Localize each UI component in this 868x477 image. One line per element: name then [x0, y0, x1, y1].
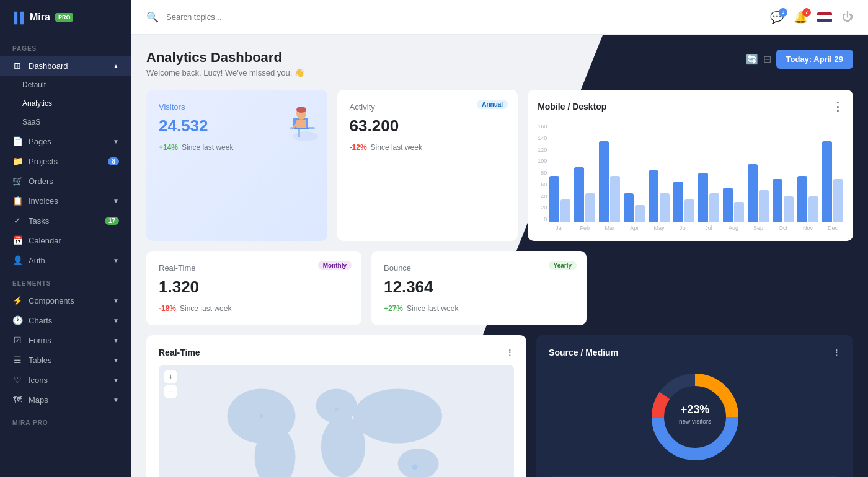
sidebar-item-tables-label: Tables	[29, 356, 52, 365]
realtime-more-button[interactable]: ⋮	[505, 348, 514, 357]
icons-icon: ♡	[12, 375, 22, 385]
dark-bar	[773, 179, 782, 222]
bar-group	[773, 179, 794, 222]
page-subtitle: Welcome back, Lucy! We've missed you. 👋	[146, 68, 304, 77]
sidebar-item-tables[interactable]: ☰ Tables ▼	[0, 350, 131, 370]
donut-chart: +23% new visitors	[549, 367, 841, 466]
sidebar-item-components[interactable]: ⚡ Components ▼	[0, 291, 131, 310]
activity-badge: Annual	[477, 100, 508, 109]
y-axis: 160 140 120 100 80 60 40 20 0	[538, 123, 547, 222]
sidebar-item-invoices-label: Invoices	[29, 196, 58, 206]
realtime-stat-since: Since last week	[180, 304, 231, 313]
svg-point-16	[260, 414, 264, 418]
alerts-button[interactable]: 🔔 7	[794, 11, 807, 24]
source-more-button[interactable]: ⋮	[832, 348, 841, 357]
alerts-badge: 7	[802, 8, 811, 17]
search-input[interactable]	[166, 12, 763, 22]
orders-icon: 🛒	[12, 176, 22, 186]
activity-since: Since last week	[371, 143, 422, 152]
dark-bar	[698, 173, 708, 222]
sidebar-sub-saas-label: SaaS	[22, 118, 40, 126]
bar-group	[698, 173, 719, 222]
bounce-stat-footer: +27% Since last week	[384, 304, 574, 313]
bar-group	[649, 170, 670, 222]
sidebar-item-dashboard[interactable]: ⊞ Dashboard ▲	[0, 56, 131, 76]
light-bar	[734, 202, 744, 222]
charts-icon: 🕐	[12, 315, 22, 325]
sidebar-item-auth[interactable]: 👤 Auth ▼	[0, 250, 131, 270]
bar-group	[599, 141, 620, 222]
sidebar-item-maps[interactable]: 🗺 Maps ▼	[0, 390, 131, 409]
activity-footer: -12% Since last week	[350, 143, 506, 152]
pro-badge: PRO	[55, 13, 74, 22]
svg-rect-6	[296, 120, 306, 128]
svg-text:new visitors: new visitors	[678, 418, 711, 425]
chevron-down-icon-maps: ▼	[113, 396, 119, 403]
bar-group	[797, 176, 818, 222]
bar-group	[549, 176, 570, 222]
sidebar-section-pages: PAGES	[0, 35, 131, 56]
sidebar-item-saas[interactable]: SaaS	[0, 113, 131, 131]
mobile-desktop-card: Mobile / Desktop ⋮ 160 140 120 100 80 60…	[528, 90, 853, 241]
sidebar-item-tasks[interactable]: ✓ Tasks 17	[0, 211, 131, 230]
sidebar-item-orders[interactable]: 🛒 Orders	[0, 171, 131, 191]
svg-point-17	[335, 408, 339, 411]
dark-bar	[822, 141, 832, 222]
filter-button[interactable]: ⊟	[763, 53, 771, 65]
refresh-button[interactable]: 🔄	[746, 53, 758, 65]
components-icon: ⚡	[12, 295, 22, 305]
sidebar-item-charts[interactable]: 🕐 Charts ▼	[0, 310, 131, 330]
sidebar-item-projects[interactable]: 📁 Projects 8	[0, 151, 131, 171]
sidebar: ∥∥ Mira PRO PAGES ⊞ Dashboard ▲ Default …	[0, 0, 131, 477]
bar-label: Jun	[673, 225, 694, 231]
invoices-icon: 📋	[12, 196, 22, 206]
svg-point-13	[353, 389, 442, 444]
svg-point-14	[398, 449, 439, 477]
bounce-stat-value: 12.364	[384, 278, 574, 297]
page-header: Analytics Dashboard Welcome back, Lucy! …	[146, 50, 853, 77]
source-medium-card: Source / Medium ⋮	[536, 335, 853, 477]
activity-card: Activity Annual 63.200 -12% Since last w…	[337, 90, 518, 241]
bar-chart-inner: JanFebMarAprMayJunJulAugSepOctNovDec	[549, 123, 843, 231]
bar-group	[673, 182, 694, 222]
page-header-left: Analytics Dashboard Welcome back, Lucy! …	[146, 50, 304, 77]
activity-change: -12%	[350, 143, 367, 152]
activity-value: 63.200	[350, 116, 506, 136]
bar-label: May	[649, 225, 670, 231]
sidebar-item-pages[interactable]: 📄 Pages ▼	[0, 131, 131, 151]
sidebar-item-forms[interactable]: ☑ Forms ▼	[0, 330, 131, 350]
tasks-icon: ✓	[12, 216, 22, 225]
bar-label: Feb	[574, 225, 595, 231]
bounce-stat-title: Bounce	[384, 263, 574, 273]
mobile-desktop-title: Mobile / Desktop ⋮	[538, 100, 843, 113]
chevron-down-icon-invoices: ▼	[113, 198, 119, 204]
light-bar	[759, 190, 769, 222]
power-button[interactable]: ⏻	[842, 11, 853, 24]
bar-group	[723, 188, 744, 222]
projects-badge: 8	[108, 157, 119, 165]
sidebar-item-invoices[interactable]: 📋 Invoices ▼	[0, 191, 131, 211]
bar-group	[574, 167, 595, 222]
sidebar-item-default[interactable]: Default	[0, 76, 131, 94]
notifications-button[interactable]: 💬 3	[770, 11, 784, 24]
language-selector[interactable]	[817, 12, 832, 22]
chevron-down-icon-components: ▼	[113, 297, 119, 304]
light-bar	[610, 176, 620, 222]
bar-label: Aug	[723, 225, 744, 231]
visitors-illustration	[272, 96, 321, 146]
source-medium-title: Source / Medium ⋮	[549, 348, 841, 357]
light-bar	[784, 196, 794, 222]
bar-chart	[549, 123, 843, 222]
light-bar	[560, 199, 570, 223]
sidebar-item-calendar[interactable]: 📅 Calendar	[0, 230, 131, 250]
realtime-stat-value: 1.320	[159, 278, 349, 297]
dark-bar	[574, 167, 584, 222]
chevron-down-icon: ▲	[113, 63, 119, 69]
realtime-map-title: Real-Time ⋮	[159, 348, 514, 357]
today-button[interactable]: Today: April 29	[776, 50, 853, 69]
dashboard-icon: ⊞	[12, 61, 22, 71]
visitors-change: +14%	[159, 143, 178, 152]
chart-more-button[interactable]: ⋮	[832, 100, 843, 113]
sidebar-item-analytics[interactable]: Analytics	[0, 94, 131, 113]
sidebar-item-icons[interactable]: ♡ Icons ▼	[0, 370, 131, 390]
